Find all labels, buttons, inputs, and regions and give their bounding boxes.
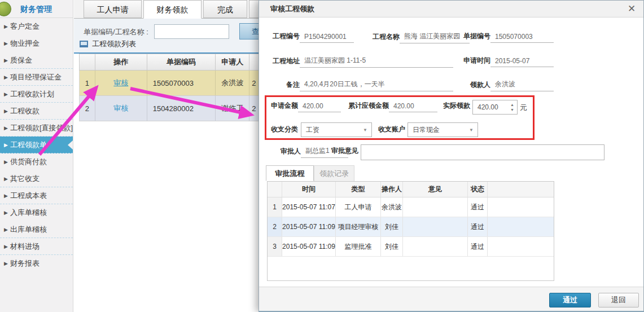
opinion-input[interactable] [361, 144, 604, 160]
field-label: 备注 [270, 80, 300, 91]
sidebar-item-label: 工程收款计划 [10, 90, 54, 98]
sidebar-item-label: 工程成本表 [10, 191, 47, 200]
field-label: 收支账户 [375, 125, 405, 136]
caret-icon: ▶ [4, 86, 8, 103]
account-select[interactable]: 日常现金 ▼ [408, 122, 478, 137]
sidebar-item-label: 项目经理保证金 [10, 73, 62, 81]
tab-approval-flow[interactable]: 审批流程 [266, 165, 314, 181]
field-value: 温江美丽家园 1-11-5 [300, 56, 453, 68]
actual-amount-stepper[interactable]: 420.00 ▲▼ [472, 100, 518, 115]
list-section-title: 工程领款列表 [80, 39, 136, 49]
sidebar-item-label: 客户定金 [10, 22, 40, 30]
dialog-titlebar: 审核工程领款 ✕ [259, 1, 643, 17]
field-value: 420.00 [298, 102, 341, 112]
tab-worker-apply[interactable]: 工人申请 [84, 0, 142, 18]
tab-label: 财务领款 [157, 5, 189, 14]
cell-operator: 刘佳 [381, 217, 403, 236]
chevron-down-icon: ▼ [469, 123, 474, 138]
cell-rownum: 2 [268, 217, 282, 236]
sidebar-item-inbound-audit[interactable]: ▶入库单稽核 [0, 204, 73, 221]
cell-opinion [403, 197, 468, 217]
sidebar: 财务管理 ▶客户定金 ▶物业押金 ▶质保金 ▶项目经理保证金 ▶工程收款计划 ▶… [0, 0, 73, 312]
sidebar-item-finance-report[interactable]: ▶财务报表 [0, 255, 73, 272]
caret-icon: ▶ [4, 170, 8, 187]
cell-opinion [403, 237, 468, 256]
field-apply-time: 申请时间 2015-05-07 [459, 56, 554, 67]
sidebar-item-project-receipt[interactable]: ▶工程收款 [0, 103, 73, 120]
field-label: 领款人 [459, 80, 490, 91]
sidebar-item-label: 供货商付款 [10, 157, 47, 166]
header-time: 时间 [282, 182, 336, 197]
sidebar-item-material-entry[interactable]: ▶材料进场 [0, 238, 73, 255]
header-operator: 操作人 [381, 182, 403, 197]
cell-blank [488, 217, 554, 236]
field-value: 4,20,4月20日工钱，一天半 [300, 80, 453, 91]
field-remark: 备注 4,20,4月20日工钱，一天半 [270, 80, 453, 91]
cell-type: 项目经理审核 [336, 217, 381, 236]
cell-rownum: 2 [80, 96, 95, 121]
sidebar-item-label: 工程领款单 [10, 140, 47, 149]
cell-applicant: 余洪波 [216, 71, 249, 95]
approve-button[interactable]: 通过 [549, 293, 591, 307]
sidebar-header: 财务管理 [0, 0, 73, 18]
header-action: 操作 [95, 54, 147, 70]
sidebar-item-quality-deposit[interactable]: ▶质保金 [0, 52, 73, 69]
cell-rownum: 1 [268, 197, 282, 217]
audit-dialog: 审核工程领款 ✕ 工程编号 P1504290001 工程名称 熊海 温江美丽家园… [259, 0, 644, 312]
dialog-footer: 通过 退回 [259, 287, 643, 311]
sidebar-item-cost-table[interactable]: ▶工程成本表 [0, 187, 73, 204]
sidebar-item-label: 物业押金 [10, 39, 40, 47]
sidebar-item-other-income[interactable]: ▶其它收支 [0, 170, 73, 187]
header-rownum [268, 182, 282, 197]
audit-link[interactable]: 审核 [113, 78, 128, 88]
sidebar-item-payment-bill[interactable]: ▶工程领款单 [0, 137, 73, 153]
stepper-arrows-icon[interactable]: ▲▼ [510, 102, 514, 112]
tab-label: 工人申请 [97, 5, 129, 14]
caret-icon: ▶ [4, 103, 8, 120]
page: 财务管理 ▶客户定金 ▶物业押金 ▶质保金 ▶项目经理保证金 ▶工程收款计划 ▶… [0, 0, 644, 312]
sidebar-item-receipt-plan[interactable]: ▶工程收款计划 [0, 86, 73, 103]
field-bill-no: 单据编号 1505070003 [459, 32, 554, 43]
sidebar-item-supplier-payment[interactable]: ▶供货商付款 [0, 153, 73, 170]
cell-code: 1504280002 [147, 96, 216, 121]
reject-button[interactable]: 退回 [598, 293, 639, 307]
field-label: 申请时间 [459, 56, 490, 67]
field-label: 实际领款 [441, 101, 470, 112]
caret-icon: ▶ [4, 187, 8, 204]
tab-label: 审批流程 [275, 169, 305, 178]
field-value: 420.00 [389, 102, 437, 112]
flow-row: 1 2015-05-07 11:07 工人申请 余洪波 通过 [268, 197, 554, 217]
close-icon[interactable]: ✕ [624, 1, 639, 17]
header-rownum [80, 54, 95, 70]
tab-finished[interactable]: 完成 [203, 0, 247, 18]
currency-label: 元 [520, 103, 527, 113]
field-value: 余洪波 [490, 80, 554, 91]
cell-blank [488, 237, 554, 256]
sidebar-item-property-deposit[interactable]: ▶物业押金 [0, 35, 73, 52]
sidebar-item-direct-payment[interactable]: ▶工程领款[直接领款] [0, 120, 73, 137]
sidebar-item-customer-deposit[interactable]: ▶客户定金 [0, 18, 73, 35]
search-input[interactable] [154, 24, 229, 39]
field-category-label: 收支分类 [269, 125, 298, 136]
cell-status: 通过 [468, 197, 488, 217]
sidebar-item-label: 出库单稽核 [10, 225, 47, 234]
dialog-title: 审核工程领款 [270, 5, 314, 13]
caret-icon: ▶ [4, 69, 8, 86]
cell-rownum: 1 [80, 71, 95, 95]
sidebar-item-pm-deposit[interactable]: ▶项目经理保证金 [0, 69, 73, 86]
field-label: 审批人 [270, 147, 301, 158]
field-value: 1505070003 [490, 33, 554, 43]
caret-icon: ▶ [4, 204, 8, 221]
tab-finance-payment[interactable]: 财务领款 [143, 0, 201, 19]
field-apply-amount: 申请金额 420.00 [269, 101, 341, 112]
cell-rownum: 3 [268, 237, 282, 256]
sidebar-item-label: 工程收款 [10, 107, 40, 115]
sidebar-title: 财务管理 [20, 5, 52, 14]
audit-link[interactable]: 审核 [113, 103, 128, 113]
tab-payment-records[interactable]: 领款记录 [314, 165, 354, 181]
sidebar-item-outbound-audit[interactable]: ▶出库单稽核 [0, 221, 73, 238]
category-select[interactable]: 工资 ▼ [301, 122, 372, 137]
app-logo-icon [0, 2, 11, 16]
field-actual-amount-label: 实际领款 [441, 101, 470, 112]
caret-icon: ▶ [4, 52, 8, 69]
